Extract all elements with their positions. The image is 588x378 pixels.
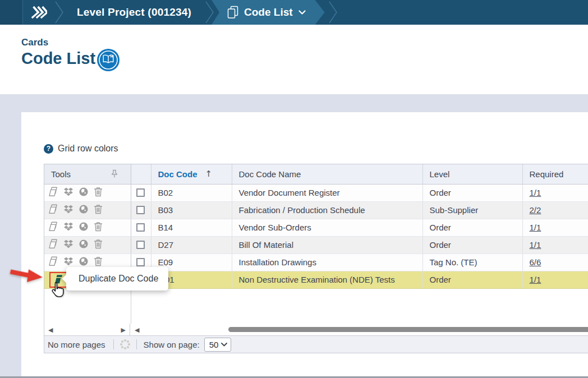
doc-code-name-cell: Fabrication / Production Schedule [232, 201, 422, 219]
required-link[interactable]: 1/1 [530, 275, 541, 284]
duplicate-icon[interactable] [48, 256, 58, 266]
level-cell: Order [422, 184, 522, 201]
tooltip-text: Duplicate Doc Code [79, 274, 158, 284]
table-row[interactable]: B02 Vendor Document Register Order 1/1 [44, 184, 588, 201]
copy-pages-icon [227, 6, 238, 19]
doc-code-cell: B02 [151, 184, 232, 201]
column-header-doc-code-label: Doc Code [158, 169, 197, 179]
breadcrumb-current-code-list[interactable]: Code List [212, 0, 325, 25]
doc-code-cell: D27 [151, 236, 232, 253]
required-cell: 6/6 [522, 253, 588, 271]
doc-code-name-cell: Vendor Sub-Orders [232, 219, 422, 236]
column-header-required[interactable]: Required [522, 164, 588, 184]
pushpin-icon[interactable] [111, 169, 118, 178]
required-cell: 1/1 [522, 184, 588, 201]
open-book-icon[interactable] [97, 49, 120, 71]
row-checkbox[interactable] [136, 258, 145, 266]
trash-icon[interactable] [94, 239, 103, 249]
dropbox-icon[interactable] [63, 187, 74, 197]
chevron-down-icon [298, 10, 306, 15]
table-header-row: Tools Doc Code [44, 164, 588, 184]
globe-icon[interactable] [79, 256, 89, 266]
trash-icon[interactable] [94, 222, 103, 232]
level-cell: Order [422, 236, 522, 253]
doc-code-name-cell: Bill Of Material [232, 236, 422, 253]
tools-pane-scrollbar[interactable]: ◀ ▶ [44, 324, 130, 336]
breadcrumb-separator [328, 0, 338, 25]
doc-code-cell: B14 [151, 219, 232, 236]
section-label: Cards [21, 37, 48, 48]
nav-root-box[interactable] [0, 0, 23, 25]
column-header-level[interactable]: Level [422, 164, 522, 184]
pages-status-text: No more pages [48, 340, 105, 349]
code-list-panel: ? Grid row colors Tools [21, 112, 588, 376]
row-checkbox[interactable] [136, 241, 145, 249]
scroll-left-icon[interactable]: ◀ [48, 327, 53, 333]
required-cell: 1/1 [522, 219, 588, 236]
row-tools-cell [44, 184, 131, 201]
duplicate-icon[interactable] [48, 187, 58, 197]
breadcrumb-home-button[interactable] [23, 0, 54, 25]
scroll-left-icon[interactable]: ◀ [135, 327, 139, 333]
main-pane-scrollbar[interactable]: ◀ [131, 324, 588, 336]
chevron-down-icon [221, 343, 227, 347]
trash-icon[interactable] [94, 204, 103, 214]
question-mark-icon[interactable]: ? [44, 144, 53, 154]
dropbox-icon[interactable] [63, 239, 74, 249]
scrollbar-thumb[interactable] [228, 327, 588, 332]
row-checkbox[interactable] [136, 206, 145, 214]
trash-icon[interactable] [94, 187, 103, 197]
globe-icon[interactable] [79, 204, 89, 214]
table-row[interactable]: B14 Vendor Sub-Orders Order 1/1 [44, 219, 588, 236]
grid-row-colors-help[interactable]: ? Grid row colors [44, 144, 118, 154]
doc-code-name-cell: Non Destructive Examination (NDE) Tests [232, 271, 422, 288]
required-link[interactable]: 1/1 [530, 223, 541, 232]
sort-ascending-icon: ↑ [205, 169, 213, 179]
duplicate-doc-code-tooltip: Duplicate Doc Code [66, 267, 168, 291]
globe-icon[interactable] [79, 239, 89, 249]
triple-chevron-right-icon [30, 5, 47, 20]
dropbox-icon[interactable] [63, 257, 74, 266]
table-row[interactable]: B03 Fabrication / Production Schedule Su… [44, 201, 588, 219]
hand-cursor-icon [50, 282, 65, 298]
breadcrumb-separator [205, 0, 215, 25]
duplicate-icon[interactable] [48, 222, 58, 232]
show-on-page-label: Show on page: [144, 340, 200, 349]
trash-icon[interactable] [94, 256, 103, 266]
row-checkbox[interactable] [136, 223, 145, 232]
breadcrumb-project[interactable]: Level Project (001234) [65, 0, 205, 25]
duplicate-icon[interactable] [48, 204, 58, 214]
red-arrow-icon [8, 266, 45, 285]
table-row[interactable]: D27 Bill Of Material Order 1/1 [44, 236, 588, 253]
required-link[interactable]: 2/2 [530, 205, 541, 215]
column-header-doc-code-name[interactable]: Doc Code Name [232, 164, 422, 184]
level-cell: Order [422, 271, 522, 288]
page-size-value: 50 [209, 340, 219, 349]
required-link[interactable]: 6/6 [530, 257, 541, 267]
level-cell: Order [422, 219, 522, 236]
column-header-tools: Tools [44, 164, 131, 184]
scroll-right-icon[interactable]: ▶ [121, 327, 126, 333]
page-size-select[interactable]: 50 [204, 338, 231, 352]
level-cell: Sub-Supplier [422, 201, 522, 219]
dropbox-icon[interactable] [63, 222, 74, 232]
required-link[interactable]: 1/1 [530, 188, 541, 197]
dotted-spinner-icon [120, 339, 131, 350]
content-background: ? Grid row colors Tools [0, 94, 588, 376]
level-cell: Tag No. (TE) [422, 253, 522, 271]
row-tools-cell [44, 201, 131, 219]
row-checkbox[interactable] [136, 188, 145, 197]
required-cell: 1/1 [522, 236, 588, 253]
globe-icon[interactable] [79, 222, 89, 232]
dropbox-icon[interactable] [63, 205, 74, 214]
duplicate-icon[interactable] [48, 239, 58, 249]
row-tools-cell [44, 219, 131, 236]
divider [136, 339, 137, 349]
column-header-doc-code[interactable]: Doc Code ↑ [151, 164, 232, 184]
grid-row-colors-label: Grid row colors [58, 144, 118, 154]
required-link[interactable]: 1/1 [530, 240, 541, 250]
globe-icon[interactable] [79, 187, 89, 197]
column-header-tools-label: Tools [51, 169, 71, 179]
breadcrumb-project-label: Level Project (001234) [77, 6, 191, 19]
row-select-cell [131, 236, 151, 253]
